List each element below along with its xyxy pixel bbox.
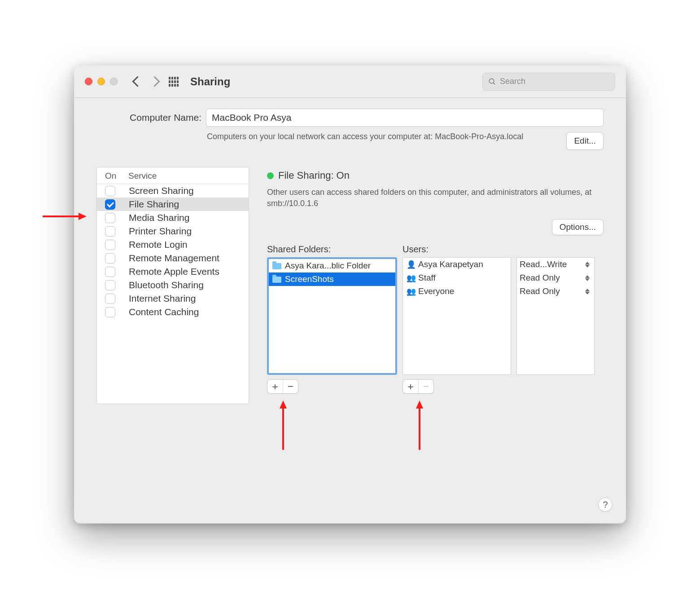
users-panel: Users: 👤Asya Karapetyan👥Staff👥Everyone ＋… bbox=[402, 244, 511, 394]
svg-line-1 bbox=[493, 83, 495, 84]
window-title: Sharing bbox=[190, 75, 230, 88]
service-checkbox[interactable] bbox=[105, 186, 115, 196]
users-add-remove: ＋ − bbox=[402, 379, 434, 394]
folder-icon bbox=[272, 263, 281, 269]
service-column-header: Service bbox=[128, 171, 157, 181]
status-description: Other users can access shared folders on… bbox=[267, 187, 604, 209]
permission-value: Read Only bbox=[520, 286, 582, 296]
folder-name: Asya Kara...blic Folder bbox=[285, 261, 371, 271]
permission-row[interactable]: Read Only bbox=[517, 285, 594, 298]
permission-value: Read Only bbox=[520, 273, 582, 283]
status-text: File Sharing: On bbox=[278, 170, 350, 181]
services-header: On Service bbox=[97, 167, 249, 184]
group-icon: 👥 bbox=[407, 287, 415, 296]
show-all-icon[interactable] bbox=[169, 77, 179, 87]
service-checkbox[interactable] bbox=[105, 240, 115, 250]
permissions-list[interactable]: Read...WriteRead OnlyRead Only bbox=[516, 257, 595, 375]
search-input[interactable] bbox=[500, 77, 609, 86]
minimize-window-button[interactable] bbox=[97, 78, 105, 85]
service-name: Internet Sharing bbox=[129, 293, 244, 304]
folders-add-remove: ＋ − bbox=[267, 379, 298, 394]
permission-row[interactable]: Read...Write bbox=[517, 258, 594, 271]
service-checkbox[interactable] bbox=[105, 226, 115, 237]
service-name: Media Sharing bbox=[129, 212, 244, 223]
shared-folders-list[interactable]: Asya Kara...blic FolderScreenShots bbox=[267, 257, 397, 375]
user-name: Asya Karapetyan bbox=[418, 259, 483, 269]
add-folder-button[interactable]: ＋ bbox=[267, 380, 283, 393]
user-name: Everyone bbox=[418, 286, 454, 296]
service-row[interactable]: Internet Sharing bbox=[97, 292, 249, 305]
user-name: Staff bbox=[418, 273, 436, 283]
permissions-spacer bbox=[516, 244, 595, 255]
service-row[interactable]: Media Sharing bbox=[97, 211, 249, 224]
service-checkbox[interactable] bbox=[105, 280, 115, 290]
search-icon bbox=[488, 78, 496, 86]
service-row[interactable]: Bluetooth Sharing bbox=[97, 278, 249, 292]
nav-buttons bbox=[132, 77, 160, 86]
svg-point-0 bbox=[489, 79, 494, 84]
service-name: Remote Apple Events bbox=[129, 266, 244, 277]
folder-icon bbox=[272, 277, 281, 283]
close-window-button[interactable] bbox=[85, 78, 92, 85]
back-button[interactable] bbox=[132, 77, 141, 86]
header-area: Computer Name: Computers on your local n… bbox=[74, 98, 626, 160]
service-name: Screen Sharing bbox=[129, 185, 244, 196]
stepper-icon[interactable] bbox=[585, 262, 591, 268]
service-name: Content Caching bbox=[129, 307, 244, 317]
computer-name-input[interactable] bbox=[206, 109, 604, 127]
service-row[interactable]: Remote Login bbox=[97, 238, 249, 251]
zoom-window-button bbox=[110, 78, 118, 85]
user-row[interactable]: 👥Staff bbox=[403, 271, 511, 285]
service-row[interactable]: Screen Sharing bbox=[97, 184, 249, 198]
service-row[interactable]: Remote Management bbox=[97, 251, 249, 265]
computer-name-subtext: Computers on your local network can acce… bbox=[207, 132, 557, 150]
stepper-icon[interactable] bbox=[585, 275, 591, 281]
service-row[interactable]: Printer Sharing bbox=[97, 224, 249, 238]
service-checkbox[interactable] bbox=[105, 213, 115, 223]
remove-folder-button[interactable]: − bbox=[283, 380, 298, 393]
service-name: Remote Login bbox=[129, 239, 244, 250]
service-name: Bluetooth Sharing bbox=[129, 280, 244, 290]
preferences-window: Sharing Computer Name: Computers on your… bbox=[74, 66, 626, 523]
service-name: Remote Management bbox=[129, 253, 244, 264]
service-checkbox[interactable] bbox=[105, 294, 115, 304]
computer-name-label: Computer Name: bbox=[96, 112, 201, 123]
service-row[interactable]: Remote Apple Events bbox=[97, 265, 249, 278]
service-checkbox[interactable] bbox=[105, 253, 115, 264]
users-list[interactable]: 👤Asya Karapetyan👥Staff👥Everyone bbox=[402, 257, 511, 375]
add-user-button[interactable]: ＋ bbox=[403, 380, 418, 393]
permission-row[interactable]: Read Only bbox=[517, 271, 594, 285]
services-sidebar: On Service Screen SharingFile SharingMed… bbox=[96, 167, 249, 512]
service-row[interactable]: Content Caching bbox=[97, 305, 249, 319]
shared-folders-label: Shared Folders: bbox=[267, 244, 397, 255]
on-column-header: On bbox=[105, 171, 128, 181]
user-row[interactable]: 👤Asya Karapetyan bbox=[403, 258, 511, 271]
window-controls bbox=[85, 78, 118, 85]
edit-button[interactable]: Edit... bbox=[566, 132, 604, 150]
folder-name: ScreenShots bbox=[285, 274, 334, 284]
permissions-panel: Read...WriteRead OnlyRead Only bbox=[516, 244, 595, 394]
help-button[interactable]: ? bbox=[598, 497, 612, 512]
status-indicator-icon bbox=[267, 172, 274, 179]
search-field[interactable] bbox=[482, 73, 615, 91]
person-icon: 👤 bbox=[407, 260, 415, 269]
users-label: Users: bbox=[402, 244, 511, 255]
remove-user-button: − bbox=[418, 380, 433, 393]
service-checkbox[interactable] bbox=[105, 267, 115, 277]
service-checkbox[interactable] bbox=[105, 199, 115, 210]
shared-folders-panel: Shared Folders: Asya Kara...blic FolderS… bbox=[267, 244, 397, 394]
service-name: Printer Sharing bbox=[129, 226, 244, 237]
options-button[interactable]: Options... bbox=[552, 219, 604, 235]
folder-row[interactable]: ScreenShots bbox=[269, 273, 395, 286]
service-checkbox[interactable] bbox=[105, 307, 115, 317]
permission-value: Read...Write bbox=[520, 259, 582, 269]
stepper-icon[interactable] bbox=[585, 289, 591, 294]
main-content: On Service Screen SharingFile SharingMed… bbox=[74, 160, 626, 523]
service-name: File Sharing bbox=[129, 199, 244, 210]
group-icon: 👥 bbox=[407, 273, 415, 283]
user-row[interactable]: 👥Everyone bbox=[403, 285, 511, 298]
folder-row[interactable]: Asya Kara...blic Folder bbox=[269, 259, 395, 273]
service-row[interactable]: File Sharing bbox=[97, 198, 249, 211]
toolbar: Sharing bbox=[74, 66, 626, 98]
forward-button bbox=[151, 77, 160, 86]
